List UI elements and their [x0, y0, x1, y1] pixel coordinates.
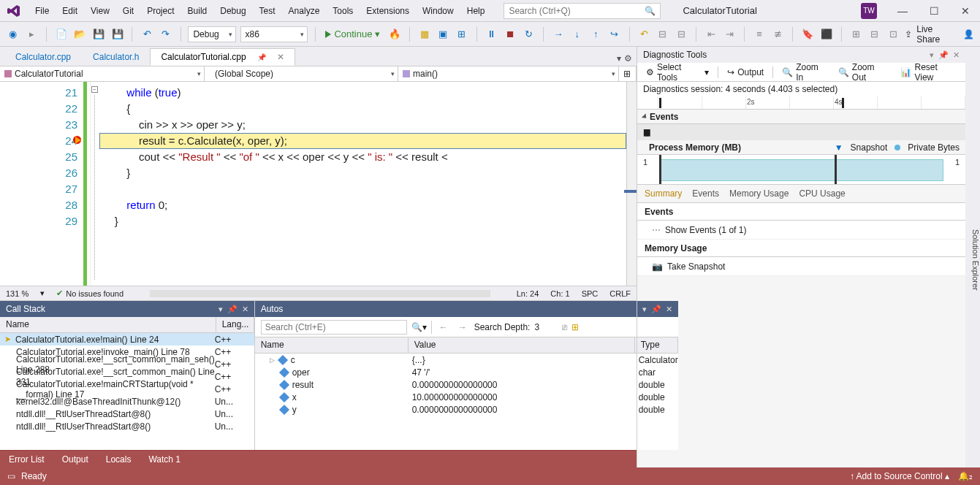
nav-back-icon[interactable]: ← [436, 322, 451, 332]
zoom-in-button[interactable]: 🔍 Zoom In [779, 61, 829, 84]
forward-button[interactable]: ▸ [25, 26, 39, 42]
close-button[interactable]: ✕ [957, 4, 974, 18]
pin-icon[interactable]: 📌 [938, 50, 949, 60]
autos-row[interactable]: result0.0000000000000000double [255, 378, 678, 391]
select-tools-button[interactable]: ⚙ Select Tools ▾ [643, 61, 712, 84]
menu-test[interactable]: Test [254, 3, 281, 19]
menu-git[interactable]: Git [117, 3, 140, 19]
breakpoint-margin[interactable] [0, 82, 18, 286]
new-file-button[interactable]: 📄 [54, 26, 69, 42]
menu-help[interactable]: Help [461, 3, 491, 19]
autos-row[interactable]: x10.000000000000000double [255, 391, 678, 403]
nav-fwd-icon[interactable]: → [455, 322, 470, 332]
editor-tab[interactable]: CalculatorTutorial.cpp 📌 ✕ [150, 48, 295, 66]
editor-tab[interactable]: Calculator.h [82, 48, 150, 66]
diag-tab-memory-usage[interactable]: Memory Usage [729, 188, 789, 199]
misc-1[interactable]: ⊞ [848, 26, 863, 42]
open-button[interactable]: 📂 [73, 26, 88, 42]
account-icon[interactable]: TW [861, 3, 877, 19]
bookmark-button[interactable]: 🔖 [800, 26, 815, 42]
diag-tab-cpu-usage[interactable]: CPU Usage [799, 188, 845, 199]
diag-tab-summary[interactable]: Summary [645, 188, 682, 199]
text-tools-1[interactable]: ⊟ [656, 26, 670, 42]
comment-button[interactable]: ≡ [752, 26, 767, 42]
tab-watch-1[interactable]: Watch 1 [145, 453, 183, 466]
dropdown-icon[interactable]: ▾ [930, 50, 934, 60]
show-events-link[interactable]: ⋯Show Events (1 of 1) [637, 221, 965, 240]
pin-icon[interactable]: 📌 [227, 305, 238, 314]
depth-combo[interactable]: 3 [534, 322, 558, 332]
source-control-button[interactable]: ↑ Add to Source Control ▴ [850, 471, 949, 481]
uncomment-button[interactable]: ≢ [771, 26, 786, 42]
filter-icon[interactable]: ⎚ [562, 322, 567, 332]
autos-row[interactable]: ▷c{...}Calculator [255, 354, 678, 366]
tool-icon[interactable]: ▦ [417, 26, 432, 42]
menu-view[interactable]: View [85, 3, 115, 19]
nav-back-button[interactable]: ↶ [637, 26, 652, 42]
reset-view-button[interactable]: 📊 Reset View [897, 61, 960, 84]
menu-build[interactable]: Build [182, 3, 213, 19]
platform-combo[interactable]: x86 [240, 26, 308, 42]
zoom-out-button[interactable]: 🔍 Zoom Out [835, 61, 892, 84]
col-value[interactable]: Value [409, 337, 635, 353]
tab-gear-icon[interactable]: ⚙ [624, 53, 632, 64]
pause-button[interactable]: ⏸ [485, 26, 499, 42]
callstack-row[interactable]: ntdll.dll!__RtlUserThreadStart@8()Un... [0, 420, 254, 432]
undo-button[interactable]: ↶ [140, 26, 154, 42]
tab-dropdown-icon[interactable]: ▾ [617, 53, 621, 64]
col-lang[interactable]: Lang... [216, 317, 254, 332]
search-box[interactable]: 🔍 [504, 3, 661, 19]
function-combo[interactable]: main() [398, 66, 619, 81]
events-header[interactable]: Events [637, 110, 965, 124]
tab-locals[interactable]: Locals [103, 453, 134, 466]
search-icon[interactable]: 🔍▾ [411, 322, 427, 332]
tab-error-list[interactable]: Error List [6, 453, 48, 466]
menu-edit[interactable]: Edit [56, 3, 83, 19]
autos-row[interactable]: oper47 '/'char [255, 366, 678, 378]
menu-debug[interactable]: Debug [214, 3, 251, 19]
menu-window[interactable]: Window [417, 3, 460, 19]
tree-icon[interactable]: ⊞ [571, 322, 579, 332]
config-combo[interactable]: Debug [188, 26, 235, 42]
text-tools-2[interactable]: ⊟ [675, 26, 689, 42]
autos-row[interactable]: y0.0000000000000000double [255, 403, 678, 416]
close-icon[interactable]: ✕ [242, 305, 248, 314]
misc-3[interactable]: ⊡ [886, 26, 901, 42]
menu-tools[interactable]: Tools [327, 3, 359, 19]
menu-project[interactable]: Project [141, 3, 180, 19]
save-button[interactable]: 💾 [91, 26, 106, 42]
project-combo[interactable]: CalculatorTutorial [0, 66, 205, 81]
hot-reload-button[interactable]: 🔥 [387, 26, 402, 42]
pin-icon[interactable]: 📌 [257, 53, 266, 61]
col-name[interactable]: Name [255, 337, 409, 353]
callstack-row[interactable]: kernel32.dll!@BaseThreadInitThunk@12()Un… [0, 395, 254, 408]
editor-tab[interactable]: Calculator.cpp [4, 48, 82, 66]
solution-name[interactable]: CalculatorTutorial [683, 5, 756, 16]
menu-extensions[interactable]: Extensions [360, 3, 415, 19]
maximize-button[interactable]: ☐ [925, 4, 943, 18]
indent-button[interactable]: ⇤ [704, 26, 718, 42]
take-snapshot-link[interactable]: 📷Take Snapshot [637, 257, 965, 276]
restart-button[interactable]: ↻ [522, 26, 536, 42]
tool-icon-2[interactable]: ▣ [436, 26, 451, 42]
breakpoint-current-icon[interactable] [73, 134, 84, 145]
autos-search-input[interactable] [261, 320, 407, 335]
notifications-icon[interactable]: 🔔₂ [958, 471, 973, 481]
save-all-button[interactable]: 💾 [110, 26, 125, 42]
callstack-row[interactable]: ntdll.dll!__RtlUserThreadStart@8()Un... [0, 408, 254, 420]
callstack-row[interactable]: ➤CalculatorTutorial.exe!main() Line 24C+… [0, 333, 254, 345]
outline-margin[interactable]: − [91, 82, 99, 286]
diag-tab-events[interactable]: Events [692, 188, 719, 199]
memory-header[interactable]: Process Memory (MB) ▼Snapshot Private By… [637, 140, 965, 155]
outdent-button[interactable]: ⇥ [723, 26, 737, 42]
misc-2[interactable]: ⊟ [867, 26, 882, 42]
search-input[interactable] [509, 6, 645, 16]
callstack-row[interactable]: CalculatorTutorial.exe!mainCRTStartup(vo… [0, 383, 254, 395]
map-scrollbar[interactable] [626, 82, 637, 286]
live-share-button[interactable]: ⇪ Live Share 👤 [905, 24, 974, 45]
continue-button[interactable]: Continue ▾ [322, 28, 383, 39]
zoom-level[interactable]: 131 % [6, 289, 29, 298]
side-tab-solution-explorer[interactable]: Solution Explorer [965, 47, 980, 467]
menu-file[interactable]: File [29, 3, 55, 19]
menu-analyze[interactable]: Analyze [283, 3, 326, 19]
